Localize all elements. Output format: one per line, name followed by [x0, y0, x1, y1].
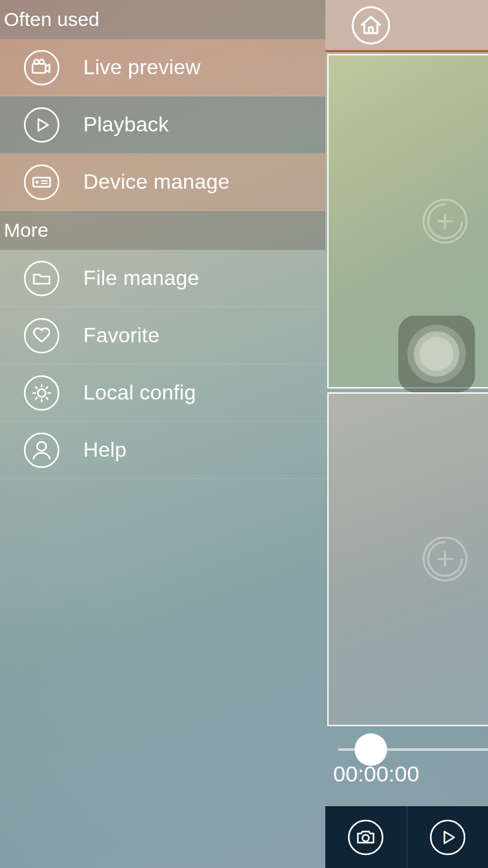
- svg-point-4: [25, 108, 59, 142]
- svg-point-32: [362, 835, 369, 841]
- menu-item-file-manage[interactable]: File manage: [0, 250, 325, 307]
- video-tile-2[interactable]: [327, 392, 488, 727]
- menu-item-label: Live preview: [83, 55, 200, 79]
- device-icon: [23, 164, 60, 200]
- menu-item-playback[interactable]: Playback: [0, 96, 325, 154]
- camera-snapshot-icon: [347, 819, 384, 856]
- main-app-content: 00:00:00: [325, 0, 488, 868]
- playback-timestamp: 00:00:00: [325, 761, 488, 787]
- play-icon: [23, 107, 60, 143]
- heart-icon: [23, 318, 60, 354]
- svg-point-24: [353, 7, 389, 44]
- menu-item-label: File manage: [83, 266, 199, 290]
- svg-line-19: [46, 397, 48, 400]
- play-button[interactable]: [407, 806, 489, 868]
- slider-knob[interactable]: [355, 733, 387, 766]
- section-label: Often used: [4, 8, 100, 31]
- svg-point-31: [349, 821, 383, 854]
- section-header-more: More: [0, 211, 325, 250]
- svg-point-23: [37, 442, 46, 451]
- section-header-often-used: Often used: [0, 0, 325, 39]
- svg-line-18: [35, 387, 38, 389]
- menu-item-label: Help: [83, 438, 127, 462]
- svg-point-12: [25, 376, 59, 410]
- snapshot-button[interactable]: [325, 806, 407, 868]
- svg-point-10: [25, 262, 59, 295]
- menu-item-help[interactable]: Help: [0, 422, 325, 479]
- svg-line-21: [35, 397, 38, 400]
- gear-icon: [23, 375, 60, 411]
- menu-item-live-preview[interactable]: Live preview: [0, 39, 325, 96]
- add-device-icon: [422, 198, 468, 245]
- menu-item-label: Playback: [83, 113, 169, 137]
- side-drawer: Often used Live preview Playback Device …: [0, 0, 325, 868]
- assistive-touch-ring: [407, 325, 466, 383]
- bottom-toolbar: [325, 806, 488, 868]
- svg-point-2: [34, 59, 39, 64]
- menu-item-favorite[interactable]: Favorite: [0, 307, 325, 364]
- add-device-icon: [422, 536, 468, 582]
- top-bar: [325, 0, 488, 52]
- svg-line-20: [46, 387, 48, 389]
- person-icon: [23, 432, 60, 468]
- menu-item-label: Local config: [83, 381, 196, 405]
- section-label: More: [4, 219, 48, 241]
- svg-point-11: [25, 319, 59, 353]
- svg-point-7: [36, 180, 39, 183]
- svg-point-3: [40, 59, 44, 64]
- folder-icon: [23, 260, 60, 297]
- svg-rect-1: [33, 64, 46, 73]
- svg-point-5: [25, 165, 59, 199]
- assistive-touch-ring: [414, 331, 459, 377]
- menu-item-device-manage[interactable]: Device manage: [0, 154, 325, 211]
- svg-point-0: [25, 51, 59, 85]
- svg-point-13: [38, 389, 46, 397]
- svg-point-33: [431, 821, 465, 854]
- camera-icon: [23, 49, 60, 86]
- menu-item-label: Device manage: [83, 170, 230, 194]
- menu-item-label: Favorite: [83, 323, 159, 347]
- play-icon: [429, 819, 466, 856]
- home-button[interactable]: [351, 6, 390, 45]
- playback-slider-row: 00:00:00: [325, 728, 488, 806]
- assistive-touch-button[interactable]: [398, 316, 475, 392]
- menu-item-local-config[interactable]: Local config: [0, 364, 325, 422]
- playback-slider[interactable]: [338, 748, 488, 751]
- assistive-touch-core: [420, 337, 454, 371]
